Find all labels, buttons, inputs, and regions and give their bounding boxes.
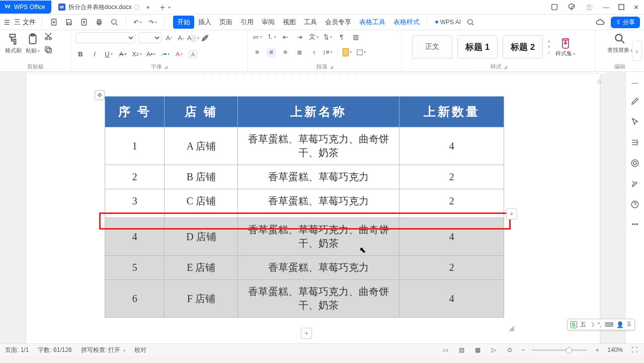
table-cell[interactable]: 香草蛋糕、草莓巧克力、曲奇饼干、奶茶 bbox=[238, 280, 399, 318]
table-cell[interactable]: 4 bbox=[399, 218, 504, 256]
align-left-icon[interactable]: ≡ bbox=[253, 48, 262, 57]
change-case-icon[interactable]: A░▾ bbox=[189, 33, 198, 42]
clear-format-icon[interactable] bbox=[201, 33, 210, 42]
table-cell[interactable]: 6 bbox=[105, 280, 165, 318]
tab-page[interactable]: 页面 bbox=[215, 16, 236, 29]
settings-icon[interactable] bbox=[630, 138, 639, 149]
columns-icon[interactable]: ▥ bbox=[351, 32, 360, 41]
align-justify-icon[interactable]: ≣ bbox=[295, 48, 304, 57]
align-right-icon[interactable]: ≡ bbox=[281, 48, 290, 57]
table-cell[interactable]: 4 bbox=[399, 127, 504, 165]
table-row[interactable]: 3C 店铺香草蛋糕、草莓巧克力2 bbox=[105, 189, 504, 213]
italic-icon[interactable]: I bbox=[90, 50, 99, 59]
print-icon[interactable] bbox=[95, 18, 104, 27]
undo-icon[interactable]: ↶▾ bbox=[133, 18, 142, 27]
show-marks-icon[interactable]: ¶ bbox=[337, 32, 346, 41]
table-cell[interactable]: 2 bbox=[399, 256, 504, 280]
indent-increase-icon[interactable]: ⇥ bbox=[295, 32, 304, 41]
paste-button[interactable]: 粘贴▾ bbox=[26, 33, 40, 54]
export-icon[interactable] bbox=[79, 18, 89, 27]
layers-icon[interactable] bbox=[630, 159, 639, 169]
file-menu[interactable]: 三 文件 bbox=[14, 18, 36, 27]
table-cell[interactable]: 4 bbox=[105, 218, 165, 256]
pencil-icon[interactable] bbox=[630, 97, 639, 107]
font-size-select[interactable] bbox=[138, 32, 162, 43]
font-color-icon[interactable]: A▾ bbox=[146, 50, 155, 59]
shading-icon[interactable]: ▾ bbox=[343, 48, 352, 57]
table-cell[interactable]: C 店铺 bbox=[165, 189, 238, 213]
shrink-font-icon[interactable]: A↓ bbox=[177, 33, 186, 42]
table-cell[interactable] bbox=[105, 213, 165, 218]
table-cell[interactable]: 香草蛋糕、草莓巧克力、曲奇饼干、奶茶 bbox=[238, 127, 399, 165]
tab-review[interactable]: 审阅 bbox=[258, 16, 279, 29]
help-icon[interactable] bbox=[630, 200, 639, 210]
tab-view[interactable]: 视图 bbox=[279, 16, 300, 29]
table-cell[interactable]: 香草蛋糕、草莓巧克力、曲奇饼干、奶茶 bbox=[238, 218, 399, 256]
view-read-icon[interactable]: ▤ bbox=[457, 345, 466, 354]
table-cell[interactable] bbox=[238, 213, 399, 218]
tools-icon[interactable] bbox=[630, 179, 639, 190]
strikethrough-icon[interactable]: A▾ bbox=[118, 50, 127, 59]
copy-icon[interactable] bbox=[44, 45, 53, 54]
view-page-icon[interactable]: ▭ bbox=[441, 345, 450, 354]
save-icon[interactable] bbox=[64, 18, 73, 27]
view-web-icon[interactable]: ▦ bbox=[473, 345, 482, 354]
table-cell[interactable]: A 店铺 bbox=[165, 127, 238, 165]
more-icon[interactable]: ••• bbox=[631, 221, 638, 228]
zoom-slider[interactable] bbox=[532, 349, 587, 351]
font-family-select[interactable] bbox=[76, 32, 135, 43]
scroll-up-icon[interactable]: △ bbox=[597, 78, 601, 84]
style-heading2[interactable]: 标题 2 bbox=[503, 35, 543, 58]
cloud-icon[interactable] bbox=[596, 18, 605, 27]
grow-font-icon[interactable]: A↑ bbox=[165, 33, 174, 42]
table-cell[interactable]: B 店铺 bbox=[165, 165, 238, 189]
tab-table-tools[interactable]: 表格工具 bbox=[355, 16, 389, 29]
tab-table-style[interactable]: 表格样式 bbox=[389, 16, 424, 29]
table-row[interactable]: 1A 店铺香草蛋糕、草莓巧克力、曲奇饼干、奶茶4 bbox=[105, 127, 504, 165]
table-cell[interactable] bbox=[165, 213, 238, 218]
table-cell[interactable]: 3 bbox=[105, 189, 165, 213]
underline-icon[interactable]: U▾ bbox=[104, 50, 113, 59]
app-menu-icon[interactable]: ☰ bbox=[4, 19, 10, 26]
document-table[interactable]: 序 号 店 铺 上新名称 上新数量 1A 店铺香草蛋糕、草莓巧克力、曲奇饼干、奶… bbox=[105, 96, 504, 318]
table-cell[interactable]: 5 bbox=[105, 256, 165, 280]
avatar-icon[interactable] bbox=[585, 3, 594, 12]
font-box-icon[interactable]: A bbox=[189, 50, 197, 58]
tab-pin-icon[interactable]: ▢ bbox=[134, 4, 139, 11]
borders-icon[interactable]: ▾ bbox=[357, 48, 366, 57]
focus-mode-icon[interactable]: ⊙ bbox=[505, 345, 514, 354]
table-row[interactable] bbox=[105, 213, 504, 218]
tab-reference[interactable]: 引用 bbox=[236, 16, 258, 29]
table-cell[interactable]: D 店铺 bbox=[165, 218, 238, 256]
maximize-button[interactable] bbox=[618, 4, 624, 10]
format-painter-button[interactable]: 格式刷 bbox=[5, 33, 22, 54]
tab-tools[interactable]: 工具 bbox=[300, 16, 321, 29]
number-list-icon[interactable]: ⒈▾ bbox=[267, 32, 276, 41]
table-row[interactable]: 2B 店铺香草蛋糕、草莓巧克力2 bbox=[105, 165, 504, 189]
ime-indicator[interactable]: S 五 ☽ °, ⌨ 👤 ⠿ bbox=[567, 319, 635, 330]
document-canvas[interactable]: ✥ 序 号 店 铺 上新名称 上新数量 1A 店铺香草蛋糕、草莓巧克力、曲奇饼干… bbox=[0, 72, 625, 343]
style-heading1[interactable]: 标题 1 bbox=[457, 35, 498, 58]
align-center-icon[interactable]: ≡ bbox=[267, 48, 276, 57]
bold-icon[interactable]: B bbox=[76, 50, 85, 59]
share-button[interactable]: ⇪ 分享 bbox=[611, 17, 640, 28]
table-cell[interactable]: 1 bbox=[105, 127, 165, 165]
line-spacing-icon[interactable]: ↕≡▾ bbox=[323, 48, 332, 57]
wps-ai-button[interactable]: ✦WPS AI bbox=[434, 19, 461, 26]
proofing-status[interactable]: 校对 bbox=[134, 346, 146, 354]
view-outline-icon[interactable]: ▷ bbox=[489, 345, 498, 354]
tab-insert[interactable]: 插入 bbox=[194, 16, 215, 29]
zoom-value[interactable]: 140% bbox=[607, 346, 623, 353]
sort-icon[interactable]: ⇅▾ bbox=[323, 32, 332, 41]
new-icon[interactable] bbox=[49, 18, 58, 27]
distribute-icon[interactable]: ⫞ bbox=[309, 48, 318, 57]
zoom-out-icon[interactable]: — bbox=[632, 79, 638, 87]
cut-icon[interactable] bbox=[44, 32, 53, 41]
table-cell[interactable]: 4 bbox=[399, 280, 504, 318]
fullscreen-icon[interactable]: ⛶ bbox=[630, 345, 639, 354]
new-tab-button[interactable]: ＋ bbox=[158, 1, 167, 13]
table-resize-handle-icon[interactable]: ◢ bbox=[506, 323, 516, 333]
tab-close-icon[interactable]: ● bbox=[146, 4, 150, 11]
text-effects-icon[interactable]: A▾ bbox=[175, 50, 184, 59]
insert-row-button[interactable]: ＋ bbox=[506, 208, 517, 220]
